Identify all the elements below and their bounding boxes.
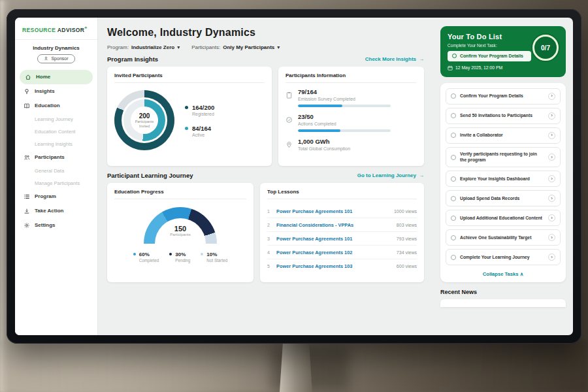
chevron-right-icon[interactable]: › — [548, 195, 555, 202]
sidebar-item-participants[interactable]: Participants — [15, 150, 97, 165]
chevron-right-icon[interactable]: › — [548, 93, 555, 100]
lesson-rank: 1 — [267, 209, 272, 214]
legend-dot — [185, 127, 188, 130]
person-icon — [44, 56, 48, 61]
chevron-right-icon[interactable]: › — [548, 253, 555, 261]
task-checkbox-icon[interactable] — [451, 216, 456, 221]
sidebar-item-education-content[interactable]: Education Content — [15, 125, 97, 138]
lesson-row: 5 Power Purchase Agreements 103 600 view… — [267, 259, 417, 272]
task-row-upload-spend-data[interactable]: Upload Spend Data Records › — [446, 190, 561, 206]
invited-donut-chart: 200 Participants Invited — [114, 90, 174, 150]
sidebar-item-general-data[interactable]: General Data — [15, 165, 97, 177]
sponsor-badge[interactable]: Sponsor — [37, 54, 74, 63]
task-row-send-invitations[interactable]: Send 50 Invitations to Participants › — [446, 108, 561, 124]
next-task-chip[interactable]: Confirm Your Program Details — [448, 51, 531, 61]
legend-dot — [133, 253, 136, 255]
chevron-right-icon[interactable]: › — [548, 175, 555, 182]
logo-resource: RESOURCE — [22, 27, 56, 33]
sidebar-item-learning-journey[interactable]: Learning Journey — [15, 113, 97, 125]
task-checkbox-icon — [452, 54, 457, 58]
sidebar-item-take-action[interactable]: Take Action — [15, 204, 97, 218]
book-icon — [24, 103, 30, 109]
chevron-right-icon[interactable]: › — [548, 214, 555, 221]
program-filter-value: Industrialize Zero — [131, 44, 174, 50]
sidebar-item-label: Home — [36, 74, 50, 80]
participants-filter-dropdown[interactable]: Participants: Only My Participants ▾ — [191, 44, 280, 50]
sidebar-item-home[interactable]: Home — [20, 70, 93, 84]
recent-news-card — [440, 299, 566, 307]
go-to-learning-journey-link[interactable]: Go to Learning Journey → — [357, 172, 424, 178]
task-checkbox-icon[interactable] — [451, 113, 456, 118]
task-row-complete-learning-journey[interactable]: Complete Your Learning Journey › — [446, 249, 561, 265]
gauge-center-label: Participants — [144, 233, 217, 237]
lesson-title-link[interactable]: Financial Considerations - VPPAs — [276, 222, 392, 228]
donut-center-value: 200 — [139, 112, 150, 120]
legend-dot — [185, 106, 188, 109]
recent-news-title: Recent News — [440, 289, 566, 295]
task-checkbox-icon[interactable] — [451, 176, 456, 182]
card-title: Education Progress — [114, 189, 246, 199]
chevron-right-icon[interactable]: › — [548, 234, 555, 241]
dashboard-screen: RESOURCE ADVISOR+ Industry Dynamics Spon… — [15, 18, 573, 335]
legend-completed: 60% Completed — [133, 252, 159, 263]
lesson-title-link[interactable]: Power Purchase Agreements 101 — [276, 208, 389, 214]
sidebar-item-education[interactable]: Education — [15, 99, 97, 113]
task-checkbox-icon[interactable] — [451, 196, 456, 201]
sidebar-item-program[interactable]: Program — [15, 189, 97, 204]
link-label: Go to Learning Journey — [357, 172, 416, 178]
legend-label: Not Started — [206, 258, 227, 263]
task-row-explore-insights[interactable]: Explore Your Insights Dashboard › — [446, 171, 561, 187]
task-row-confirm-program[interactable]: Confirm Your Program Details › — [446, 88, 561, 105]
home-icon — [25, 74, 31, 80]
program-filter-dropdown[interactable]: Program: Industrialize Zero ▾ — [107, 44, 180, 50]
lesson-row: 1 Power Purchase Agreements 101 1000 vie… — [267, 204, 417, 218]
invited-participants-card: Invited Participants 200 Participants In… — [107, 67, 272, 166]
chevron-right-icon[interactable]: › — [548, 154, 555, 161]
task-row-invite-collaborator[interactable]: Invite a Collaborator › — [446, 127, 561, 144]
logo-plus: + — [84, 25, 88, 30]
task-checkbox-icon[interactable] — [451, 235, 456, 240]
info-label: Total Global Consumption — [298, 146, 350, 151]
task-label: Achieve One Sustainability Target — [460, 235, 544, 241]
due-date-text: 12 May 2025, 12:00 PM — [455, 65, 502, 70]
task-label: Complete Your Learning Journey — [460, 255, 544, 261]
task-row-upload-educational-content[interactable]: Upload Additional Educational Content › — [446, 210, 561, 226]
legend-dot — [169, 253, 172, 255]
people-icon — [24, 154, 30, 161]
main-content: Welcome, Industry Dynamics Program: Indu… — [98, 18, 433, 335]
legend-label: Completed — [139, 258, 159, 263]
sidebar-item-settings[interactable]: Settings — [15, 218, 97, 233]
task-row-verify-participants[interactable]: Verify participants requesting to join t… — [446, 147, 561, 168]
lesson-title-link[interactable]: Power Purchase Agreements 101 — [276, 236, 392, 242]
lesson-rank: 3 — [267, 237, 272, 241]
insights-cards-row: Invited Participants 200 Participants In… — [107, 67, 424, 166]
info-label: Actions Completed — [298, 122, 391, 126]
collapse-tasks-link[interactable]: Collapse Tasks ∧ — [446, 269, 561, 280]
chevron-right-icon[interactable]: › — [548, 112, 555, 120]
sidebar-item-manage-participants[interactable]: Manage Participants — [15, 177, 97, 189]
task-checkbox-icon[interactable] — [451, 155, 456, 160]
legend-not-started: 10% Not Started — [201, 252, 227, 263]
task-row-achieve-target[interactable]: Achieve One Sustainability Target › — [446, 229, 561, 246]
logo-advisor: ADVISOR — [57, 27, 85, 33]
chevron-down-icon: ▾ — [177, 44, 180, 50]
next-task-label: Confirm Your Program Details — [460, 54, 523, 59]
lesson-title-link[interactable]: Power Purchase Agreements 102 — [276, 250, 392, 255]
lesson-title-link[interactable]: Power Purchase Agreements 103 — [276, 263, 392, 269]
sidebar-item-learning-insights[interactable]: Learning Insights — [15, 138, 97, 150]
sidebar-item-insights[interactable]: Insights — [15, 84, 97, 99]
task-checkbox-icon[interactable] — [451, 255, 456, 260]
lesson-views: 1000 views — [394, 209, 417, 214]
chevron-down-icon: ▾ — [277, 44, 280, 50]
chevron-right-icon[interactable]: › — [548, 132, 555, 139]
sidebar-item-label: Take Action — [35, 208, 63, 214]
task-checkbox-icon[interactable] — [451, 133, 456, 138]
legend-label: Active — [192, 133, 214, 137]
filters-bar: Program: Industrialize Zero ▾ Participan… — [107, 44, 424, 50]
check-more-insights-link[interactable]: Check More Insights → — [365, 56, 424, 62]
task-checkbox-icon[interactable] — [451, 93, 456, 99]
card-title: Top Lessons — [267, 189, 417, 199]
card-title: Participants Information — [286, 73, 417, 83]
legend-label: Pending — [175, 258, 190, 263]
lesson-row: 2 Financial Considerations - VPPAs 803 v… — [267, 218, 417, 232]
